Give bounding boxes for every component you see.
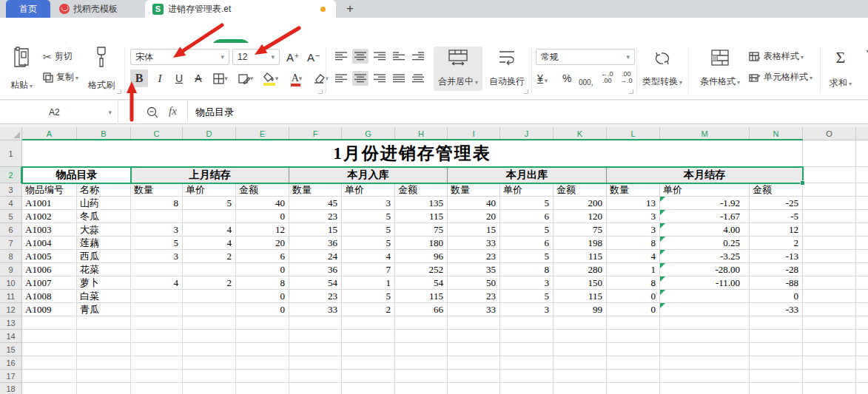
cell-E8[interactable]: 6 xyxy=(236,250,289,263)
align-icon[interactable] xyxy=(333,49,349,64)
cell-L17[interactable] xyxy=(607,370,660,383)
cell-F17[interactable] xyxy=(289,370,342,383)
cell-P8[interactable] xyxy=(856,250,868,263)
cell-G12[interactable]: 2 xyxy=(342,303,395,316)
cell-L11[interactable]: 0 xyxy=(607,290,660,303)
cell-E14[interactable] xyxy=(236,330,289,343)
cell-B5[interactable]: 冬瓜 xyxy=(77,210,131,223)
cell-I11[interactable]: 23 xyxy=(448,290,500,303)
row-header-10[interactable]: 10 xyxy=(0,276,22,290)
cell-G6[interactable]: 5 xyxy=(342,223,395,237)
cell-H14[interactable] xyxy=(395,330,448,343)
row-header-9[interactable]: 9 xyxy=(0,263,22,276)
cell-H12[interactable]: 66 xyxy=(395,303,448,316)
cell-O8[interactable] xyxy=(803,250,856,263)
cell-K5[interactable]: 120 xyxy=(554,210,607,223)
cell-K4[interactable]: 200 xyxy=(554,197,607,210)
cell-K8[interactable]: 115 xyxy=(554,250,607,263)
cell-J17[interactable] xyxy=(500,370,554,383)
cell-F16[interactable] xyxy=(289,356,342,370)
percent-button[interactable]: % xyxy=(562,72,571,84)
sum-button[interactable]: Σ 求和▾ xyxy=(824,47,857,91)
cell-group-2[interactable]: 上月结存 xyxy=(131,167,289,183)
cell-F9[interactable]: 36 xyxy=(289,263,342,276)
cell-G4[interactable]: 3 xyxy=(342,197,395,210)
cell-H8[interactable]: 96 xyxy=(395,250,448,263)
cell-D4[interactable]: 5 xyxy=(183,197,236,210)
cell-K11[interactable]: 115 xyxy=(554,290,607,303)
number-dialog-launcher[interactable] xyxy=(629,89,633,94)
cell-J14[interactable] xyxy=(500,330,554,343)
row-header-14[interactable]: 14 xyxy=(0,330,22,343)
bold-button[interactable]: B xyxy=(130,69,148,87)
cell-F4[interactable]: 45 xyxy=(289,197,342,210)
cell-M5[interactable]: -1.67 xyxy=(660,210,750,223)
paste-button[interactable]: 粘贴▾ xyxy=(6,46,37,92)
cell-A16[interactable] xyxy=(22,356,77,370)
cell-B12[interactable]: 青瓜 xyxy=(77,303,131,316)
cell-N7[interactable]: 2 xyxy=(750,237,803,250)
cell-D12[interactable] xyxy=(183,303,236,316)
cell-F18[interactable] xyxy=(289,383,342,394)
cell-E17[interactable] xyxy=(236,370,289,383)
cell-A4[interactable]: A1001 xyxy=(22,197,77,210)
cell-I8[interactable]: 23 xyxy=(448,250,500,263)
cell-J6[interactable]: 5 xyxy=(500,223,554,237)
format-painter-button[interactable]: 格式刷 xyxy=(83,46,120,92)
cell-H9[interactable]: 252 xyxy=(395,263,448,276)
cell-I7[interactable]: 33 xyxy=(448,237,500,250)
cell-M15[interactable] xyxy=(660,343,750,356)
cell-I14[interactable] xyxy=(448,330,500,343)
cell-I18[interactable] xyxy=(448,383,500,394)
cell-L4[interactable]: 13 xyxy=(607,197,660,210)
decrease-font-button[interactable]: A⁻ xyxy=(305,49,323,67)
cell-P6[interactable] xyxy=(856,223,868,237)
cell-A9[interactable]: A1006 xyxy=(22,263,77,276)
align-icon[interactable] xyxy=(391,71,407,86)
cell-D17[interactable] xyxy=(183,370,236,383)
cell-B18[interactable] xyxy=(77,383,131,394)
cell-P9[interactable] xyxy=(856,263,868,276)
cell-P13[interactable] xyxy=(856,316,868,330)
zoom-formula-icon[interactable] xyxy=(147,106,159,122)
row-header-11[interactable]: 11 xyxy=(0,290,22,303)
cell-J18[interactable] xyxy=(500,383,554,394)
cell-D16[interactable] xyxy=(183,356,236,370)
cell-H7[interactable]: 180 xyxy=(395,237,448,250)
cell-H18[interactable] xyxy=(395,383,448,394)
cell-N10[interactable]: -88 xyxy=(750,276,803,290)
cell-G18[interactable] xyxy=(342,383,395,394)
cell-E5[interactable]: 0 xyxy=(236,210,289,223)
number-format-select[interactable]: 常规▾ xyxy=(536,49,635,65)
cell-O1[interactable] xyxy=(803,140,856,167)
cell-E7[interactable]: 20 xyxy=(236,237,289,250)
cell-group-3[interactable]: 本月入库 xyxy=(289,167,448,183)
cell-C18[interactable] xyxy=(131,383,183,394)
cell-L12[interactable]: 0 xyxy=(607,303,660,316)
cell-L15[interactable] xyxy=(607,343,660,356)
cell-M6[interactable]: 4.00 xyxy=(660,223,750,237)
cut-button[interactable]: ✂ 剪切 xyxy=(43,50,73,63)
new-tab-button[interactable]: + xyxy=(342,1,358,16)
cell-K18[interactable] xyxy=(554,383,607,394)
cell-M3[interactable]: 单价 xyxy=(660,183,750,197)
cell-P2[interactable] xyxy=(856,167,868,183)
cell-K14[interactable] xyxy=(554,330,607,343)
cell-N4[interactable]: -25 xyxy=(750,197,803,210)
merge-center-button[interactable]: 合并居中▾ xyxy=(434,47,482,91)
cell-L18[interactable] xyxy=(607,383,660,394)
cell-D5[interactable] xyxy=(183,210,236,223)
cell-E4[interactable]: 40 xyxy=(236,197,289,210)
cell-C7[interactable]: 5 xyxy=(131,237,183,250)
cell-H4[interactable]: 135 xyxy=(395,197,448,210)
cell-I4[interactable]: 40 xyxy=(448,197,500,210)
cell-O15[interactable] xyxy=(803,343,856,356)
italic-button[interactable]: I xyxy=(151,69,169,87)
cell-N5[interactable]: -5 xyxy=(750,210,803,223)
cell-style-button[interactable]: 单元格样式▾ xyxy=(749,71,813,84)
cell-P1[interactable] xyxy=(856,140,868,167)
cell-D3[interactable]: 单价 xyxy=(183,183,236,197)
cell-I15[interactable] xyxy=(448,343,500,356)
fill-handle[interactable] xyxy=(800,180,805,186)
cell-G3[interactable]: 单价 xyxy=(342,183,395,197)
